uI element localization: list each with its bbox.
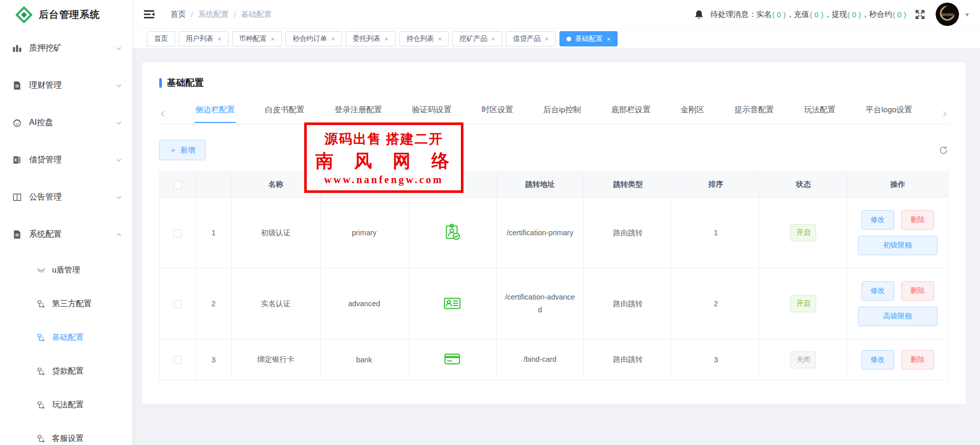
sidebar-item-label: 客服设置 — [52, 433, 132, 444]
row-name: 初级认证 — [231, 197, 321, 268]
tab-entrust-list[interactable]: 委托列表× — [346, 31, 396, 46]
tab-label: 持仓列表 — [406, 34, 434, 43]
fullscreen-icon[interactable] — [915, 9, 925, 20]
edit-button[interactable]: 修改 — [862, 350, 894, 369]
notice-label[interactable]: 秒合约 — [869, 10, 892, 19]
logo: 后台管理系统 — [0, 0, 132, 30]
select-all-checkbox[interactable] — [174, 181, 182, 189]
ctab-footer-bar-settings[interactable]: 底部栏设置 — [610, 105, 652, 123]
delete-button[interactable]: 删除 — [901, 350, 934, 369]
ctab-captcha-settings[interactable]: 验证码设置 — [411, 105, 453, 123]
sidebar-subitem-third-party[interactable]: 第三方配置 — [0, 287, 132, 320]
bell-icon[interactable] — [694, 9, 704, 20]
tab-coin-config[interactable]: 币种配置× — [232, 31, 282, 46]
row-index: 1 — [196, 197, 232, 268]
pending-messages: 待处理消息： 实名( 0 )， 充值( 0 )， 提现( 0 )， 秒合约( 0… — [710, 10, 907, 19]
ctab-king-kong-area[interactable]: 金刚区 — [679, 105, 705, 123]
tab-basic-config[interactable]: 基础配置× — [559, 31, 618, 46]
breadcrumb-system-config[interactable]: 系统配置 — [198, 10, 229, 19]
route-tab-bar: 首页 用户列表× 币种配置× 秒合约订单× 委托列表× 持仓列表× 挖矿产品× … — [133, 29, 980, 49]
tab-position-list[interactable]: 持仓列表× — [399, 31, 449, 46]
close-icon[interactable]: × — [545, 35, 549, 43]
tab-user-list[interactable]: 用户列表× — [179, 31, 229, 46]
notice-label[interactable]: 提现 — [831, 10, 847, 19]
row-name: 实名认证 — [231, 268, 321, 339]
notice-label[interactable]: 充值 — [794, 10, 809, 19]
close-icon[interactable]: × — [607, 35, 611, 43]
close-icon[interactable]: × — [217, 35, 222, 43]
sidebar-item-ai-control[interactable]: AI控盘 — [0, 104, 132, 141]
collapse-menu-icon[interactable] — [143, 8, 155, 20]
tab-label: 借贷产品 — [513, 34, 541, 43]
tab-mining-products[interactable]: 挖矿产品× — [452, 31, 502, 46]
sidebar-item-wealth-management[interactable]: 理财管理 — [0, 67, 132, 104]
primary-limit-button[interactable]: 初级限额 — [858, 236, 938, 255]
sidebar-subitem-customer-service[interactable]: 客服设置 — [0, 422, 132, 445]
column-url: 跳转地址 — [496, 172, 583, 197]
ctab-login-register-config[interactable]: 登录注册配置 — [333, 105, 383, 123]
edit-button[interactable]: 修改 — [862, 281, 894, 301]
ctab-backend-ip-control[interactable]: 后台ip控制 — [542, 105, 582, 123]
row-sort: 1 — [672, 197, 760, 268]
watermark-overlay: 源码出售 搭建二开 南 风 网 络 www.nanfengw.com — [304, 122, 463, 193]
sidebar-subitem-basic-config[interactable]: 基础配置 — [0, 320, 132, 354]
notice-comma: ， — [824, 10, 831, 19]
delete-button[interactable]: 删除 — [901, 210, 934, 230]
tree-icon — [37, 300, 45, 308]
logo-icon — [15, 6, 33, 23]
tab-loan-products[interactable]: 借贷产品× — [506, 31, 556, 46]
certification-primary-icon — [443, 222, 462, 242]
tab-label: 委托列表 — [353, 34, 380, 43]
add-button[interactable]: ＋ 新增 — [159, 140, 206, 160]
breadcrumb-home[interactable]: 首页 — [170, 10, 186, 19]
row-checkbox[interactable] — [174, 300, 182, 308]
close-icon[interactable]: × — [438, 35, 442, 43]
row-checkbox[interactable] — [174, 356, 182, 364]
ctab-platform-logo-settings[interactable]: 平台logo设置 — [865, 105, 913, 123]
close-icon[interactable]: × — [331, 35, 335, 43]
row-checkbox[interactable] — [174, 229, 182, 237]
chevron-left-icon[interactable] — [159, 110, 166, 117]
caret-down-icon[interactable]: ▾ — [965, 11, 969, 18]
add-button-label: 新增 — [181, 145, 195, 155]
notice-prefix: 待处理消息： — [710, 10, 756, 19]
ctab-timezone-settings[interactable]: 时区设置 — [480, 105, 514, 123]
open-book-icon — [12, 192, 22, 202]
ctab-alert-sound-config[interactable]: 提示音配置 — [733, 105, 775, 123]
advanced-limit-button[interactable]: 高级限额 — [858, 307, 938, 326]
tree-icon — [37, 333, 45, 342]
close-icon[interactable]: × — [384, 35, 388, 43]
row-jump-type: 路由跳转 — [584, 197, 672, 268]
title-accent-bar — [159, 78, 162, 88]
sidebar-item-lending[interactable]: 借贷管理 — [0, 141, 132, 179]
tab-seconds-contract-orders[interactable]: 秒合约订单× — [285, 31, 342, 46]
status-badge: 开启 — [790, 224, 816, 241]
row-key: advanced — [321, 268, 408, 339]
edit-button[interactable]: 修改 — [862, 210, 894, 230]
sidebar-item-system-config[interactable]: 系统配置 — [0, 216, 132, 253]
delete-button[interactable]: 删除 — [901, 281, 934, 301]
tree-icon — [37, 401, 45, 409]
tab-home[interactable]: 首页 — [147, 31, 175, 46]
refresh-icon[interactable] — [939, 145, 948, 155]
ctab-whitepaper-config[interactable]: 白皮书配置 — [264, 105, 306, 123]
notice-label[interactable]: 实名 — [756, 10, 772, 19]
sidebar-item-pledge-mining[interactable]: 质押挖矿 — [0, 30, 132, 67]
sidebar-subitem-ushield[interactable]: u盾管理 — [0, 253, 132, 287]
chevron-right-icon[interactable] — [941, 110, 948, 117]
tree-icon — [37, 434, 45, 443]
avatar[interactable]: 南风网络 — [936, 3, 959, 26]
row-url: /certification-advanced — [496, 268, 583, 339]
close-icon[interactable]: × — [271, 35, 275, 43]
ctab-play-config[interactable]: 玩法配置 — [803, 105, 837, 123]
notice-comma: ， — [786, 10, 794, 19]
close-icon[interactable]: × — [491, 35, 495, 43]
sidebar-item-label: 质押挖矿 — [29, 43, 116, 54]
top-header: 首页 / 系统配置 / 基础配置 待处理消息： 实名( 0 )， 充值( 0 )… — [133, 0, 980, 29]
notice-count: ( 0 ) — [893, 10, 906, 19]
sidebar-subitem-loan-config[interactable]: 贷款配置 — [0, 354, 132, 388]
sidebar-subitem-play-config[interactable]: 玩法配置 — [0, 388, 132, 422]
document-icon — [12, 81, 22, 90]
sidebar-item-announcement[interactable]: 公告管理 — [0, 179, 132, 216]
ctab-sidebar-config[interactable]: 侧边栏配置 — [194, 105, 236, 123]
